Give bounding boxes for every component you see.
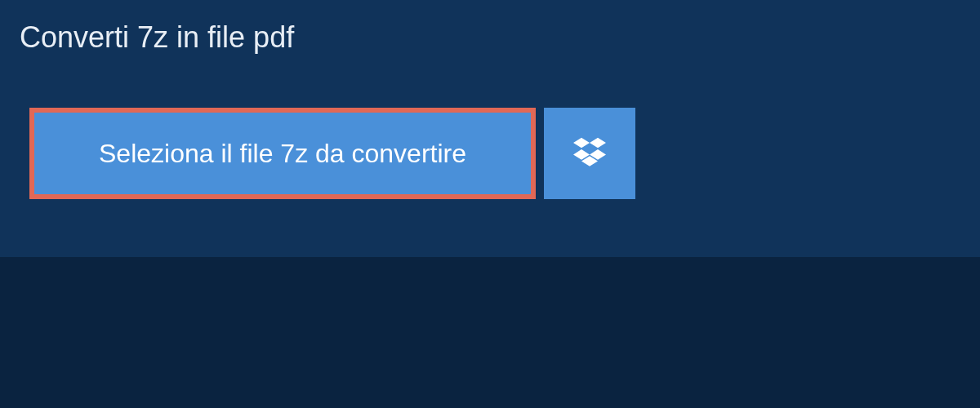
select-file-button[interactable]: Seleziona il file 7z da convertire [29,108,536,199]
upload-section: Seleziona il file 7z da convertire [0,75,980,199]
dropbox-icon [573,137,606,170]
dropbox-button[interactable] [544,108,635,199]
converter-panel: Converti 7z in file pdf Seleziona il fil… [0,0,980,257]
below-area [0,257,980,408]
page-title: Converti 7z in file pdf [0,0,323,75]
select-file-label: Seleziona il file 7z da convertire [99,139,466,169]
